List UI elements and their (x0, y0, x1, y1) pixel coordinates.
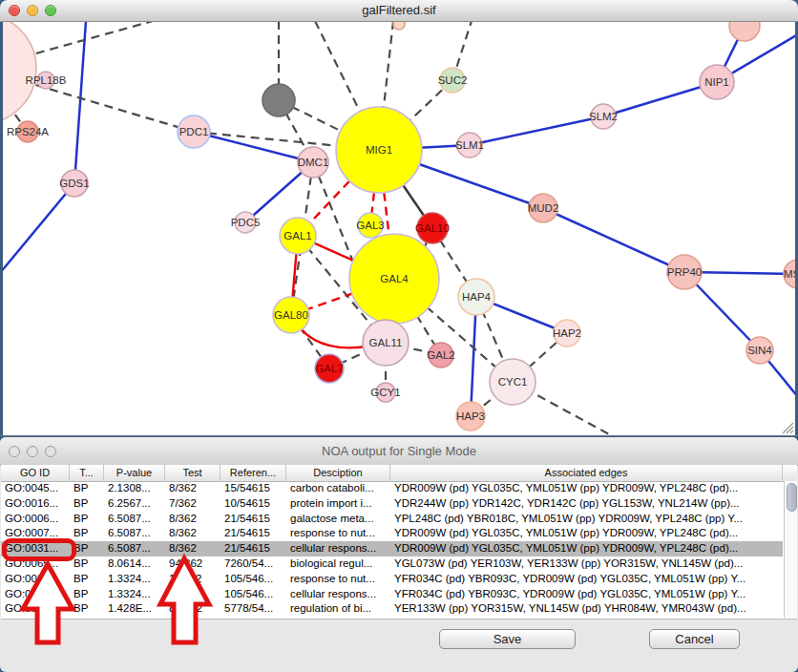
table-row[interactable]: GO:0031...BP6.5087...8/36221/54615cellul… (1, 541, 783, 556)
window-title: NOA output for Single Mode (0, 444, 798, 458)
vertical-scrollbar[interactable] (784, 481, 797, 618)
table-row[interactable]: GO:0065...BP8.0614...94/3627260/54...bio… (1, 556, 783, 572)
table-cell: cellular respons... (286, 541, 390, 556)
table-cell: BP (70, 587, 104, 602)
noa-output-window: NOA output for Single Mode GO IDT...P-va… (0, 437, 798, 672)
table-cell: 8.0614... (104, 556, 165, 572)
network-node-label: GAL4 (380, 273, 409, 284)
column-header-go-id[interactable]: GO ID (1, 465, 70, 480)
table-cell: 6.2567... (104, 496, 165, 512)
network-node-label: SIN4 (747, 345, 772, 356)
table-cell: 7/362 (165, 496, 220, 512)
network-node-label: HAP2 (553, 327, 581, 339)
network-node-label: DMC1 (298, 157, 329, 168)
network-background (3, 21, 795, 435)
table-cell: 2.1308... (104, 481, 165, 496)
network-node-gray[interactable] (262, 84, 295, 116)
table-cell: GO:0045... (1, 481, 70, 496)
network-node-label: GDS1 (59, 178, 89, 189)
table-cell: BP (70, 526, 104, 541)
network-node-label: MSL1 (784, 268, 798, 280)
column-header-referen[interactable]: Referen... (220, 465, 286, 480)
network-node-label: SLM2 (589, 111, 618, 122)
table-cell: YDR009W (pd) YGL035C, YML051W (pp) YDR00… (390, 541, 783, 556)
table-cell: 10/54615 (220, 496, 286, 512)
network-node-label: GAL11 (369, 337, 403, 348)
network-node-label: RPS24A (7, 126, 49, 137)
table-cell: BP (70, 481, 104, 496)
network-node-label: MIG1 (366, 144, 392, 156)
network-node-label: CYC1 (498, 376, 528, 388)
network-node-label: HAP3 (456, 410, 485, 422)
network-node-label: HAP4 (462, 291, 492, 303)
table-row[interactable]: GO:0031...BP1.3324...11/362105/546...cel… (1, 587, 783, 602)
table-cell: 15/54615 (220, 481, 286, 496)
table-cell: 94/362 (165, 556, 220, 572)
table-row[interactable]: GO:0007...BP6.5087...8/36221/54615respon… (1, 526, 783, 541)
table-row[interactable]: GO:0045...BP2.1308...8/36215/54615carbon… (1, 481, 783, 496)
table-cell: 1.3324... (104, 587, 165, 602)
network-node-label: GAL80 (274, 309, 308, 321)
noa-window-titlebar[interactable]: NOA output for Single Mode (0, 437, 798, 466)
table-cell: YFR034C (pd) YBR093C, YDR009W (pd) YGL03… (390, 587, 783, 602)
network-node-label: NIP1 (704, 76, 729, 88)
column-header-desciption[interactable]: Desciption (286, 465, 390, 480)
network-canvas[interactable]: RPL18BRPS24APDC1GDS1PDC5DMC1MIG1SUC2SLM1… (0, 0, 798, 435)
table-cell: response to nut... (286, 572, 390, 587)
table-cell: response to nut... (286, 526, 390, 541)
network-window: RPL18BRPS24APDC1GDS1PDC5DMC1MIG1SUC2SLM1… (0, 0, 798, 436)
table-row[interactable]: GO:0050...BP1.428E...80/3625778/54...reg… (1, 601, 783, 617)
table-cell: 21/54615 (220, 526, 286, 541)
table-cell: 8/362 (165, 541, 220, 556)
network-node-label: PDC1 (179, 126, 209, 137)
table-cell: 6.5087... (104, 512, 165, 527)
table-cell: GO:0031... (1, 587, 70, 602)
table-row[interactable]: GO:0031...BP1.3324...11/362105/546...res… (1, 572, 783, 587)
table-cell: BP (70, 601, 104, 617)
table-cell: GO:0031... (1, 572, 70, 587)
table-cell: 21/54615 (220, 512, 286, 527)
column-header-t[interactable]: T... (70, 465, 104, 480)
table-cell: carbon cataboli... (286, 481, 390, 496)
column-header-p-value[interactable]: P-value (104, 465, 165, 480)
table-header: GO IDT...P-valueTestReferen...Desciption… (1, 465, 797, 482)
column-header-test[interactable]: Test (165, 465, 220, 480)
table-cell: regulation of bi... (286, 601, 390, 617)
save-button[interactable]: Save (439, 629, 576, 649)
table-cell: 1.428E... (104, 601, 165, 617)
network-node-label: PRP40 (667, 266, 702, 278)
table-cell: BP (70, 556, 104, 572)
table-row[interactable]: GO:0006...BP6.5087...8/36221/54615galact… (1, 512, 783, 527)
table-cell: 8/362 (165, 526, 220, 541)
table-row[interactable]: GO:0016...BP6.2567...7/36210/54615protei… (1, 496, 783, 512)
table-cell: YPL248C (pd) YBR018C, YML051W (pp) YDR00… (390, 512, 783, 527)
table-cell: 6.5087... (104, 541, 165, 556)
table-cell: 5778/54... (220, 601, 286, 617)
table-cell: BP (70, 541, 104, 556)
table-cell: YDR244W (pp) YDR142C, YDR142C (pp) YGL15… (390, 496, 783, 512)
network-node-label: GAL3 (356, 220, 384, 231)
network-node-label: GAL10 (415, 222, 450, 234)
table-cell: 11/362 (165, 572, 220, 587)
network-node-label: GCY1 (370, 387, 400, 398)
table-cell: YDR009W (pd) YGL035C, YML051W (pp) YDR00… (390, 526, 783, 541)
network-node-label: RPL18B (26, 74, 67, 86)
table-cell: GO:0050... (1, 601, 70, 617)
scrollbar-thumb[interactable] (787, 483, 797, 512)
table-cell: GO:0006... (1, 512, 70, 527)
network-node-label: PDC5 (231, 217, 261, 228)
column-header-associated-edges[interactable]: Associated edges (390, 465, 783, 480)
table-cell: GO:0031... (1, 541, 70, 556)
table-cell: 105/546... (220, 572, 286, 587)
table-cell: BP (70, 496, 104, 512)
table-cell: 105/546... (220, 587, 286, 602)
network-node-label: SUC2 (438, 74, 468, 86)
table-cell: YER133W (pp) YOR315W, YNL145W (pd) YHR08… (390, 601, 783, 617)
noa-results-table: GO IDT...P-valueTestReferen...Desciption… (1, 465, 797, 620)
table-cell: GO:0016... (1, 496, 70, 512)
network-window-titlebar[interactable]: galFiltered.sif (0, 0, 798, 22)
network-node-label: MUD2 (528, 202, 559, 214)
table-cell: 8/362 (165, 481, 220, 496)
cancel-button[interactable]: Cancel (649, 629, 740, 649)
table-cell: YFR034C (pd) YBR093C, YDR009W (pd) YGL03… (390, 572, 783, 587)
